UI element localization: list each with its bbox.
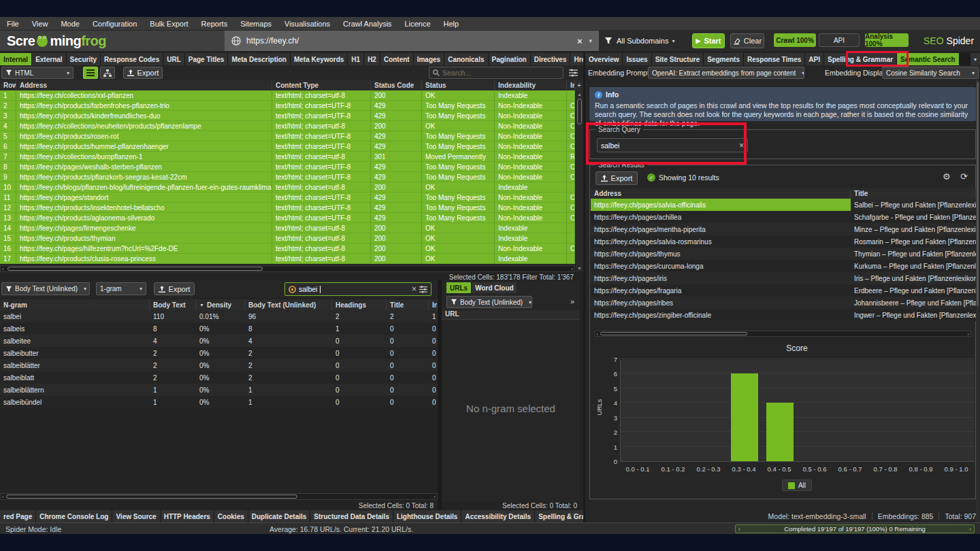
ngram-row[interactable]: salbei1100.01%96221 xyxy=(0,310,438,322)
cell-density[interactable]: 0% xyxy=(196,337,245,345)
search-field[interactable] xyxy=(442,69,559,77)
cell-status[interactable]: Too Many Requests xyxy=(422,203,495,212)
cell-status[interactable]: Too Many Requests xyxy=(422,172,495,182)
column-header-row[interactable]: Row xyxy=(0,80,16,90)
cell-address[interactable]: https://feey.ch/products/rosen-rot xyxy=(16,131,272,141)
cell-address[interactable]: https://feey.ch/pages/zingiber-officinal… xyxy=(591,312,851,319)
cell-body-text-unlinked[interactable]: 4 xyxy=(245,337,332,345)
cell-content-type[interactable]: text/html; charset=utf-8 xyxy=(272,152,371,161)
main-table-hscrollbar[interactable]: ‹ › xyxy=(0,265,575,272)
cell-indexability-status[interactable] xyxy=(567,254,575,263)
search-options-sliders-icon[interactable] xyxy=(569,68,578,77)
result-row[interactable]: https://feey.ch/pages/fragariaErdbeere –… xyxy=(591,284,976,297)
scroll-up-icon[interactable]: ▲ xyxy=(576,90,583,98)
cell-title[interactable]: 0 xyxy=(387,325,429,333)
url-clear-icon[interactable]: × xyxy=(577,36,583,46)
cell-row[interactable]: 15 xyxy=(0,233,16,243)
clear-button[interactable]: Clear xyxy=(730,33,764,48)
main-table-vscrollbar[interactable]: ▲ ▼ xyxy=(575,90,583,272)
tab-internal[interactable]: Internal xyxy=(0,53,32,65)
cell-inlinks[interactable]: 0 xyxy=(429,337,438,345)
cell-address[interactable]: https://feey.ch/blogs/pflanzen-blog/luft… xyxy=(16,182,272,192)
cell-indexability-status[interactable]: Cli xyxy=(567,111,575,120)
cell-status[interactable]: Too Many Requests xyxy=(422,101,495,110)
ngram-row[interactable]: salbeiblätter20%2000 xyxy=(0,359,438,371)
ngram-export-button[interactable]: Export xyxy=(154,282,195,295)
cell-density[interactable]: 0% xyxy=(196,386,245,394)
cell-row[interactable]: 9 xyxy=(0,172,16,182)
tab-response-times[interactable]: Response Times xyxy=(744,53,805,65)
expand-panel-icon[interactable]: » xyxy=(570,297,574,305)
bottom-tab-http-headers[interactable]: HTTP Headers xyxy=(161,510,214,522)
column-header-address[interactable]: Address xyxy=(16,80,272,90)
tab-directives[interactable]: Directives xyxy=(531,53,571,65)
hscroll-thumb[interactable] xyxy=(6,495,297,499)
crawl-progress-badge[interactable]: Crawl 100% xyxy=(774,33,816,47)
cell-row[interactable]: 10 xyxy=(0,182,16,192)
column-header-status[interactable]: Status xyxy=(422,80,495,90)
url-history-dropdown-icon[interactable]: ▾ xyxy=(589,37,592,44)
cell-address[interactable]: https://feey.ch/collections/xxl-pflanzen xyxy=(16,90,272,100)
cell-status[interactable]: OK xyxy=(422,182,495,192)
cell-indexability-status[interactable]: Cli xyxy=(567,172,575,182)
table-row[interactable]: 11https://feey.ch/pages/standorttext/htm… xyxy=(0,193,575,203)
cell-row[interactable]: 14 xyxy=(0,223,16,233)
cell-indexability[interactable]: Non-Indexable xyxy=(495,203,567,212)
cell-ngram[interactable]: salbei xyxy=(0,313,150,320)
cell-address[interactable]: https://feey.ch/pages/standort xyxy=(16,193,272,202)
cell-headings[interactable]: 0 xyxy=(332,350,387,357)
cell-indexability[interactable]: Non-Indexable xyxy=(495,121,567,131)
cell-status-code[interactable]: 429 xyxy=(371,193,422,202)
ngram-row[interactable]: salbeiblättern10%1000 xyxy=(0,384,438,396)
chart-bar[interactable] xyxy=(731,373,758,461)
table-row[interactable]: 4https://feey.ch/collections/neuheiten/p… xyxy=(0,121,575,131)
column-header-density[interactable]: ▼Density xyxy=(196,299,245,310)
gram-size-select[interactable]: 1-gram ▾ xyxy=(96,282,146,295)
cell-indexability[interactable]: Indexable xyxy=(495,233,567,243)
result-row[interactable]: https://feey.ch/pages/irisIris – Pflege … xyxy=(591,272,976,284)
cell-title[interactable]: 2 xyxy=(387,313,429,320)
cell-status-code[interactable]: 429 xyxy=(371,111,422,120)
result-row[interactable]: https://feey.ch/pages/ribesJohannisbeere… xyxy=(591,297,976,309)
cell-row[interactable]: 4 xyxy=(0,121,16,131)
cell-indexability-status[interactable]: Cli xyxy=(567,213,575,222)
scroll-down-icon[interactable]: ▼ xyxy=(576,265,583,272)
table-row[interactable]: 9https://feey.ch/products/pflanzkorb-see… xyxy=(0,172,575,182)
list-view-button[interactable] xyxy=(83,67,98,79)
table-row[interactable]: 7https://feey.ch/collections/buropflanze… xyxy=(0,152,575,162)
tab-external[interactable]: External xyxy=(32,53,66,65)
cell-content-type[interactable]: text/html; charset=UTF-8 xyxy=(272,213,371,222)
hscroll-thumb[interactable] xyxy=(600,332,747,335)
cell-address[interactable]: https://feey.ch/collections/buropflanzen… xyxy=(16,152,272,161)
tab-spelling-grammar[interactable]: Spelling & Grammar xyxy=(824,53,897,65)
cell-headings[interactable]: 2 xyxy=(332,313,387,320)
cell-headings[interactable]: 0 xyxy=(332,337,387,345)
cell-ngram[interactable]: salbeitee xyxy=(0,337,150,345)
ngram-row[interactable]: salbeibündel10%1000 xyxy=(0,396,438,408)
bottom-tab-lighthouse-details[interactable]: Lighthouse Details xyxy=(393,510,461,522)
table-row[interactable]: 10https://feey.ch/blogs/pflanzen-blog/lu… xyxy=(0,182,575,193)
export-button[interactable]: Export xyxy=(123,67,163,79)
add-column-button[interactable]: + xyxy=(575,80,583,90)
cell-row[interactable]: 8 xyxy=(0,162,16,171)
cell-inlinks[interactable]: 0 xyxy=(429,374,438,382)
scroll-left-icon[interactable]: ‹ xyxy=(2,494,4,500)
table-row[interactable]: 13https://feey.ch/products/aglaonema-sil… xyxy=(0,213,575,223)
cell-title[interactable]: Thymian – Pflege und Fakten [Pflanzenlex… xyxy=(851,250,976,258)
column-header-body-text[interactable]: Body Text xyxy=(150,299,196,310)
cell-body-text[interactable]: 110 xyxy=(150,313,196,320)
cell-title[interactable]: Rosmarin – Pflege und Fakten [Pflanzenle… xyxy=(851,238,976,246)
cell-status-code[interactable]: 429 xyxy=(371,172,422,182)
cell-address[interactable]: https://feey.ch/pages/fragaria xyxy=(591,287,851,295)
cell-content-type[interactable]: text/html; charset=UTF-8 xyxy=(272,111,371,120)
result-row[interactable]: https://feey.ch/pages/salvia-rosmarinusR… xyxy=(591,235,976,248)
cell-body-text[interactable]: 2 xyxy=(150,374,196,382)
cell-row[interactable]: 6 xyxy=(0,141,16,151)
cell-headings[interactable]: 1 xyxy=(332,325,387,333)
cell-headings[interactable]: 0 xyxy=(332,374,387,382)
semantic-search-query-input[interactable]: salbei × xyxy=(597,138,748,152)
cell-row[interactable]: 2 xyxy=(0,101,16,110)
cell-status[interactable]: Too Many Requests xyxy=(422,141,495,151)
hscroll-thumb[interactable] xyxy=(7,267,263,271)
cell-content-type[interactable]: text/html; charset=UTF-8 xyxy=(272,162,371,171)
